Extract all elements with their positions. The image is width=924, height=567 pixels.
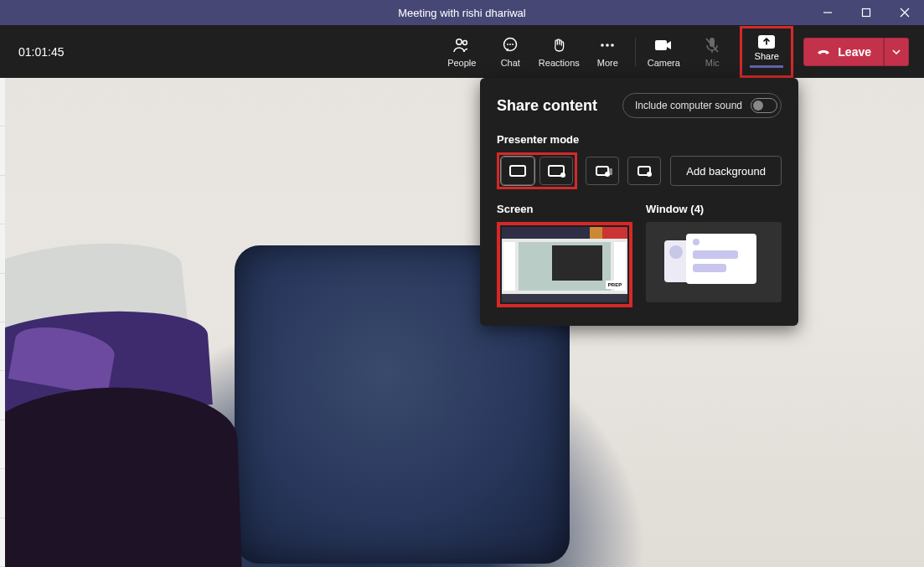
- share-highlight: Share: [740, 26, 793, 78]
- presenter-mode-label: Presenter mode: [497, 133, 782, 146]
- presenter-mode-side-by-side[interactable]: [586, 157, 619, 185]
- camera-button[interactable]: Camera: [639, 30, 688, 74]
- leave-menu-button[interactable]: [884, 38, 909, 66]
- camera-label: Camera: [648, 58, 680, 68]
- mic-label: Mic: [705, 58, 720, 68]
- hand-icon: [550, 36, 567, 54]
- left-edge-rail: [0, 78, 5, 567]
- share-screen-thumbnail[interactable]: PREP: [502, 227, 627, 302]
- share-label: Share: [755, 51, 779, 61]
- close-button[interactable]: [885, 0, 924, 25]
- presenter-mode-content-only[interactable]: [501, 157, 534, 185]
- leave-button[interactable]: Leave: [803, 38, 884, 66]
- share-content-panel: Share content Include computer sound Pre…: [480, 78, 798, 326]
- svg-point-9: [512, 44, 514, 45]
- presenter-mode-standout[interactable]: [539, 157, 573, 185]
- svg-point-10: [601, 44, 604, 47]
- toolbar-separator: [635, 38, 636, 66]
- svg-point-11: [606, 44, 609, 47]
- chevron-down-icon: [892, 49, 901, 54]
- share-active-underline: [750, 65, 783, 68]
- include-sound-label: Include computer sound: [635, 100, 742, 111]
- more-icon: [599, 36, 616, 54]
- share-icon: [758, 35, 775, 49]
- svg-point-7: [507, 44, 508, 45]
- add-background-button[interactable]: Add background: [670, 156, 782, 186]
- camera-icon: [654, 36, 673, 54]
- meeting-toolbar: 01:01:45 People Chat Reactions More Came…: [0, 25, 924, 78]
- presenter-mode-highlight: [497, 152, 577, 189]
- screen-section-label: Screen: [497, 203, 632, 215]
- side-by-side-icon: [596, 166, 609, 176]
- more-button[interactable]: More: [583, 30, 632, 74]
- window-title: Meeting with rishi dhariwal: [398, 7, 525, 19]
- toggle-off-icon: [751, 98, 777, 113]
- share-button[interactable]: Share: [746, 33, 787, 71]
- add-background-label: Add background: [686, 165, 766, 178]
- svg-rect-13: [655, 40, 667, 50]
- share-content-title: Share content: [497, 97, 597, 115]
- share-window-thumbnail[interactable]: [646, 222, 782, 302]
- window-controls: [808, 0, 924, 25]
- leave-label: Leave: [838, 45, 871, 59]
- svg-point-12: [611, 44, 614, 47]
- svg-rect-1: [863, 9, 870, 17]
- screen-highlight: PREP: [497, 222, 632, 307]
- chat-button[interactable]: Chat: [486, 30, 534, 74]
- people-icon: [452, 36, 471, 54]
- standout-icon: [548, 165, 565, 177]
- minimize-button[interactable]: [808, 0, 847, 25]
- people-button[interactable]: People: [437, 30, 486, 74]
- mic-button[interactable]: Mic: [688, 30, 736, 74]
- video-person: [0, 212, 251, 564]
- reactions-label: Reactions: [539, 58, 580, 68]
- chat-icon: [502, 36, 519, 54]
- svg-point-5: [463, 40, 467, 44]
- meeting-timer: 01:01:45: [18, 45, 65, 59]
- content-only-icon: [509, 165, 526, 177]
- include-computer-sound-toggle[interactable]: Include computer sound: [622, 93, 782, 118]
- window-card-icon: [686, 234, 756, 284]
- maximize-button[interactable]: [847, 0, 885, 25]
- more-label: More: [597, 58, 618, 68]
- chat-label: Chat: [501, 58, 520, 68]
- prep-badge: PREP: [606, 281, 624, 289]
- presenter-mode-reporter[interactable]: [627, 157, 661, 185]
- reporter-icon: [638, 166, 651, 176]
- svg-point-4: [457, 39, 462, 44]
- window-section-label: Window (4): [646, 203, 782, 215]
- mic-off-icon: [705, 36, 720, 54]
- svg-point-8: [509, 44, 511, 45]
- people-label: People: [447, 58, 476, 68]
- reactions-button[interactable]: Reactions: [534, 30, 583, 74]
- hangup-icon: [816, 45, 831, 59]
- titlebar: Meeting with rishi dhariwal: [0, 0, 924, 25]
